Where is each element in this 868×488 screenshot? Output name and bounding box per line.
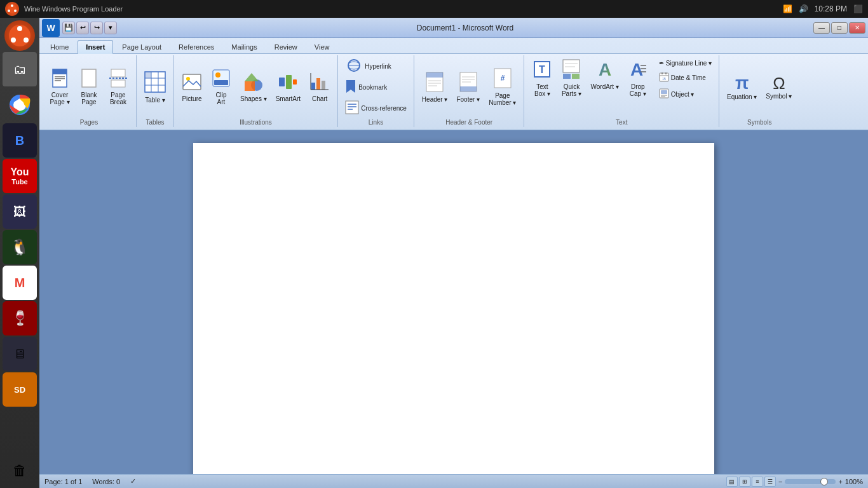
page-number-btn[interactable]: # PageNumber ▾	[485, 65, 520, 109]
redo-btn[interactable]: ↪	[90, 22, 103, 34]
sidebar-icon-penguin[interactable]: 🐧	[3, 230, 37, 264]
quick-parts-icon	[562, 59, 580, 82]
words-count: Words: 0	[92, 478, 120, 485]
view-icons: ▤ ⊞ ≡ ☰	[726, 477, 776, 487]
picture-btn[interactable]: Picture	[178, 70, 206, 105]
sidebar-icon-beatbox[interactable]: B	[3, 123, 37, 158]
wordart-label: WordArt ▾	[590, 83, 618, 90]
page-break-btn[interactable]: PageBreak	[104, 66, 132, 108]
svg-text:T: T	[539, 64, 546, 75]
zoom-control: − + 100%	[778, 478, 863, 485]
word-window: W 💾 ↩ ↪ ▾ Document1 - Microsoft Word — □…	[39, 18, 868, 488]
tab-home[interactable]: Home	[42, 40, 77, 53]
undo-btn[interactable]: ↩	[76, 22, 89, 34]
clock: 10:28 PM	[815, 4, 847, 13]
spell-check-icon: ✓	[130, 477, 136, 485]
symbols-items: π Equation ▾ Ω Symbol ▾	[723, 57, 796, 118]
sidebar-icon-youtube[interactable]: You Tube	[3, 159, 37, 193]
cross-ref-icon	[345, 100, 359, 116]
sidebar-icon-ubuntu[interactable]	[4, 20, 35, 51]
tab-references[interactable]: References	[170, 40, 222, 53]
tab-mailings[interactable]: Mailings	[223, 40, 265, 53]
blank-page-btn[interactable]: BlankPage	[75, 66, 103, 108]
title-bar: W 💾 ↩ ↪ ▾ Document1 - Microsoft Word — □…	[39, 18, 868, 38]
sidebar-icon-files[interactable]: 🗂	[3, 52, 37, 86]
save-btn[interactable]: 💾	[62, 22, 75, 34]
taskbar-title: Wine Windows Program Loader	[24, 5, 123, 13]
tab-view[interactable]: View	[306, 40, 338, 53]
signature-line-label: Signature Line ▾	[666, 60, 712, 67]
svg-rect-30	[214, 80, 228, 85]
close-btn[interactable]: ✕	[849, 22, 865, 34]
outline-btn[interactable]: ☰	[764, 477, 776, 487]
clip-art-btn[interactable]: ClipArt	[207, 66, 235, 108]
drop-cap-btn[interactable]: A DropCap ▾	[624, 57, 652, 100]
date-time-btn[interactable]: 15 Date & Time	[656, 70, 715, 85]
smartart-btn[interactable]: SmartArt	[272, 70, 304, 105]
date-time-icon: 15	[659, 72, 669, 83]
svg-rect-62	[563, 60, 580, 72]
document-area[interactable]	[39, 130, 868, 474]
print-layout-btn[interactable]: ▤	[726, 477, 738, 487]
power-icon: ⬛	[853, 4, 863, 13]
sidebar-icon-gmail[interactable]: M	[3, 266, 37, 300]
header-icon	[426, 72, 444, 95]
svg-rect-14	[55, 78, 65, 79]
web-layout-btn[interactable]: ≡	[752, 477, 763, 487]
text-box-btn[interactable]: T TextBox ▾	[528, 57, 556, 100]
footer-btn[interactable]: Footer ▾	[452, 69, 484, 105]
shapes-btn[interactable]: Shapes ▾	[236, 70, 271, 105]
tab-insert[interactable]: Insert	[78, 40, 113, 54]
sidebar-icon-trash[interactable]: 🗑	[3, 454, 37, 488]
svg-rect-78	[661, 90, 667, 94]
svg-point-1	[11, 4, 13, 7]
equation-btn[interactable]: π Equation ▾	[723, 72, 761, 103]
symbol-btn[interactable]: Ω Symbol ▾	[762, 72, 796, 102]
quick-parts-label: QuickParts ▾	[562, 83, 581, 97]
cover-page-btn[interactable]: CoverPage ▾	[46, 66, 74, 108]
minimize-btn[interactable]: —	[813, 22, 830, 34]
pages-items: CoverPage ▾ BlankPage	[46, 57, 132, 118]
zoom-slider[interactable]	[785, 479, 836, 484]
taskbar-left: Wine Windows Program Loader	[5, 2, 123, 16]
tab-page-layout[interactable]: Page Layout	[114, 40, 170, 53]
sidebar-icon-wine[interactable]: 🍷	[3, 301, 37, 336]
chart-btn[interactable]: Chart	[306, 70, 334, 105]
group-illustrations: Picture ClipArt	[174, 55, 338, 127]
svg-point-3	[8, 10, 10, 12]
page-break-label: PageBreak	[110, 92, 126, 105]
object-btn[interactable]: Object ▾	[656, 86, 715, 102]
table-btn[interactable]: Table ▾	[140, 69, 170, 106]
sidebar-icon-photos[interactable]: 🖼	[3, 194, 37, 229]
document-page[interactable]	[193, 143, 714, 474]
blank-page-icon	[80, 69, 98, 90]
full-screen-btn[interactable]: ⊞	[739, 477, 750, 487]
wordart-icon: A	[596, 59, 614, 82]
zoom-out-btn[interactable]: −	[778, 478, 782, 485]
hyperlink-btn[interactable]: Hyperlink	[342, 57, 395, 76]
sidebar-icon-monitor[interactable]: 🖥	[3, 337, 37, 371]
ubuntu-logo[interactable]	[5, 2, 19, 16]
svg-point-29	[215, 72, 220, 78]
page-info: Page: 1 of 1	[44, 478, 82, 485]
symbols-label: Symbols	[723, 119, 796, 126]
maximize-btn[interactable]: □	[831, 22, 848, 34]
sidebar-icon-sd[interactable]: SD	[3, 372, 37, 407]
tab-review[interactable]: Review	[266, 40, 306, 53]
shapes-icon	[244, 72, 263, 94]
signature-line-btn[interactable]: ✒ Signature Line ▾	[656, 58, 715, 69]
customize-btn[interactable]: ▾	[104, 22, 117, 34]
zoom-level: 100%	[845, 478, 863, 485]
svg-rect-12	[53, 69, 67, 74]
svg-rect-16	[82, 69, 96, 87]
svg-rect-64	[572, 74, 580, 79]
quick-parts-btn[interactable]: QuickParts ▾	[557, 57, 585, 100]
bookmark-icon	[345, 79, 356, 95]
sidebar-icon-chrome[interactable]	[3, 88, 37, 122]
taskbar-right: 📶 🔊 10:28 PM ⬛	[783, 4, 863, 13]
cross-ref-btn[interactable]: Cross-reference	[342, 98, 410, 118]
wordart-btn[interactable]: A WordArt ▾	[587, 57, 622, 100]
bookmark-btn[interactable]: Bookmark	[342, 78, 390, 97]
zoom-in-btn[interactable]: +	[838, 478, 842, 485]
header-btn[interactable]: Header ▾	[418, 69, 452, 105]
